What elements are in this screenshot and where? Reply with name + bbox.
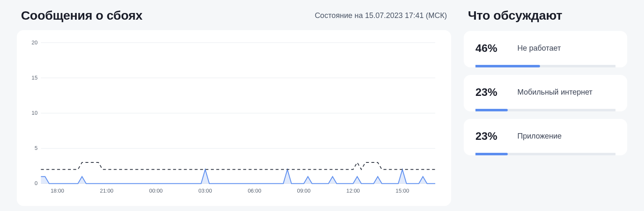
svg-text:09:00: 09:00: [297, 188, 311, 194]
outage-chart: 0510152018:0021:0000:0003:0006:0009:0012…: [24, 39, 439, 196]
svg-text:10: 10: [31, 110, 37, 116]
topic-label: Мобильный интернет: [517, 88, 592, 97]
topic-bar-fill: [475, 109, 508, 111]
series-current-area: [41, 170, 436, 184]
svg-text:21:00: 21:00: [100, 188, 113, 194]
topic-percent: 23%: [475, 86, 506, 99]
svg-text:15: 15: [31, 75, 37, 81]
svg-text:00:00: 00:00: [149, 188, 163, 194]
topic-bar-fill: [475, 153, 508, 155]
topic-card[interactable]: 23% Приложение: [464, 119, 627, 155]
topic-bar-fill: [475, 65, 540, 67]
svg-text:06:00: 06:00: [248, 188, 261, 194]
topic-card[interactable]: 46% Не работает: [464, 31, 627, 67]
topic-bar-track: [475, 65, 615, 67]
series-baseline-line: [41, 162, 436, 170]
status-timestamp: Состояние на 15.07.2023 17:41 (МСК): [315, 11, 447, 20]
svg-text:18:00: 18:00: [51, 188, 64, 194]
topic-label: Приложение: [517, 132, 562, 141]
discuss-title: Что обсуждают: [464, 8, 627, 23]
svg-text:20: 20: [31, 39, 37, 46]
svg-text:0: 0: [35, 180, 38, 186]
topic-percent: 46%: [475, 42, 506, 55]
svg-text:5: 5: [35, 145, 38, 151]
topic-bar-track: [475, 109, 615, 111]
topic-label: Не работает: [517, 44, 561, 53]
chart-card: 0510152018:0021:0000:0003:0006:0009:0012…: [17, 30, 451, 206]
svg-text:12:00: 12:00: [346, 188, 360, 194]
topic-card[interactable]: 23% Мобильный интернет: [464, 75, 627, 111]
svg-text:03:00: 03:00: [198, 188, 212, 194]
topic-percent: 23%: [475, 130, 506, 143]
topic-bar-track: [475, 153, 615, 155]
reports-title: Сообщения о сбоях: [21, 8, 143, 23]
svg-text:15:00: 15:00: [396, 188, 409, 194]
